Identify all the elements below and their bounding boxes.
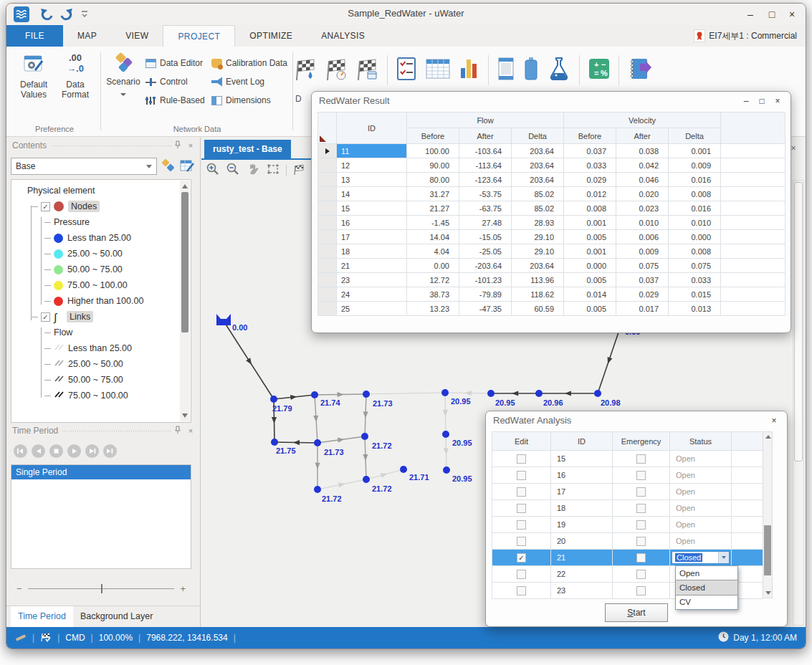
table-row[interactable]: ✓21Closed (492, 550, 763, 566)
edit-checkbox[interactable] (517, 454, 526, 464)
edit-checkbox[interactable] (517, 471, 526, 480)
row-marker[interactable] (318, 173, 337, 187)
junction-node[interactable] (271, 439, 278, 446)
edit-checkbox[interactable]: ✓ (517, 553, 526, 563)
cell-status[interactable]: Open (670, 517, 732, 533)
cell-id[interactable]: 15 (551, 451, 613, 467)
cell-id[interactable]: 16 (337, 216, 407, 230)
prev-button[interactable] (32, 444, 45, 458)
pin-icon[interactable] (173, 140, 183, 150)
table-row[interactable]: 2513.23-47.3560.590.0050.0170.013 (318, 302, 785, 316)
table-row[interactable]: 1380.00-123.64203.640.0290.0460.016 (318, 173, 785, 187)
water-quality-flask-icon[interactable] (547, 56, 571, 85)
cell-id[interactable]: 17 (337, 230, 407, 244)
cell-value[interactable]: -53.75 (459, 187, 512, 201)
analysis-scrollbar[interactable] (763, 431, 773, 598)
edit-table-button[interactable] (178, 158, 196, 175)
cell-value[interactable]: -63.75 (459, 201, 512, 216)
status-dropdown-list[interactable]: OpenClosedCV (675, 565, 738, 610)
cell-id[interactable]: 21 (551, 550, 613, 566)
cell-value[interactable]: 0.075 (616, 259, 669, 273)
cell-value[interactable]: -113.64 (459, 158, 512, 173)
tree-scrollbar[interactable] (180, 181, 190, 421)
cell-value[interactable]: 28.93 (512, 216, 564, 230)
cell-value[interactable]: 0.023 (616, 201, 669, 216)
cell-value[interactable]: -103.64 (459, 144, 512, 158)
emergency-checkbox[interactable] (636, 570, 646, 579)
analysis-flag-icon[interactable] (292, 163, 305, 178)
cell-value[interactable]: 21.27 (407, 201, 459, 216)
maximize-button[interactable]: □ (763, 7, 781, 21)
row-marker[interactable] (318, 144, 337, 158)
cell-edit[interactable] (492, 583, 551, 599)
zoom-in-icon[interactable] (206, 162, 220, 179)
scroll-up-icon[interactable] (765, 435, 771, 439)
cell-id[interactable]: 18 (337, 244, 407, 259)
cell-edit[interactable] (492, 517, 551, 533)
row-marker[interactable] (318, 230, 337, 244)
slider-minus-icon[interactable]: − (16, 583, 22, 594)
column-header-velocity-before[interactable]: Before (564, 128, 616, 144)
cell-value[interactable]: 12.72 (407, 273, 459, 287)
edit-checkbox[interactable] (517, 504, 526, 513)
cell-value[interactable]: 0.029 (564, 173, 616, 187)
result-table-icon[interactable] (425, 57, 451, 83)
cell-value[interactable]: 0.010 (616, 216, 669, 230)
tab-project[interactable]: PROJECT (163, 25, 235, 47)
cell-emergency[interactable] (613, 467, 670, 484)
cell-value[interactable]: 60.59 (512, 302, 564, 316)
cell-emergency[interactable] (613, 533, 670, 550)
table-row[interactable]: 17Open (492, 484, 763, 500)
report-checklist-icon[interactable] (396, 57, 417, 84)
cell-emergency[interactable] (613, 550, 670, 566)
panel-close-icon[interactable]: × (186, 426, 196, 436)
cell-value[interactable]: -203.64 (459, 259, 512, 273)
cell-value[interactable]: -15.05 (459, 230, 512, 244)
cell-emergency[interactable] (613, 517, 670, 533)
cell-value[interactable]: 0.016 (669, 201, 721, 216)
table-row[interactable]: 20Open (492, 533, 763, 550)
tab-file[interactable]: FILE (6, 25, 63, 47)
data-format-button[interactable]: .00→.0 Data Format (55, 52, 95, 100)
cell-status[interactable]: Open (670, 451, 732, 467)
cell-emergency[interactable] (613, 484, 670, 500)
cell-value[interactable]: 85.02 (512, 187, 564, 201)
ribbon-button-control[interactable]: Control (145, 72, 205, 91)
cell-value[interactable]: 0.013 (669, 302, 721, 316)
cell-value[interactable]: 0.016 (669, 173, 721, 187)
column-header-emergency[interactable]: Emergency (613, 432, 670, 451)
next-button[interactable] (85, 444, 99, 458)
cell-value[interactable]: 0.033 (669, 273, 721, 287)
tree-item-pressure[interactable]: Pressure (11, 214, 179, 230)
cell-value[interactable]: 100.00 (407, 144, 459, 158)
panel-close-icon[interactable]: × (186, 140, 196, 150)
document-tab[interactable]: rusty_test - Base (204, 140, 291, 158)
tab-analysis[interactable]: ANALYSIS (307, 25, 379, 47)
cell-edit[interactable]: ✓ (492, 550, 551, 566)
select-extent-icon[interactable] (266, 162, 280, 179)
tree-item-25-00-50-00[interactable]: 25.00 ~ 50.00 (11, 246, 179, 262)
reservoir-icon[interactable] (216, 314, 231, 325)
start-button[interactable]: Start (605, 603, 668, 622)
minimize-button[interactable]: – (741, 7, 760, 21)
cell-id[interactable]: 23 (551, 583, 613, 599)
checkbox[interactable]: ✓ (41, 312, 50, 322)
tree-item-less-than-25-00[interactable]: Less than 25.00 (11, 230, 179, 246)
cell-id[interactable]: 12 (337, 158, 407, 173)
row-marker[interactable] (318, 259, 337, 273)
junction-node[interactable] (311, 391, 318, 398)
cell-value[interactable]: 0.037 (616, 273, 669, 287)
emergency-checkbox[interactable] (636, 504, 646, 513)
junction-node[interactable] (594, 390, 601, 397)
cell-value[interactable]: 38.73 (407, 287, 459, 302)
cell-value[interactable]: 0.008 (564, 201, 616, 216)
cell-value[interactable]: 0.014 (564, 287, 616, 302)
cell-id[interactable]: 25 (337, 302, 407, 316)
emergency-checkbox[interactable] (636, 586, 646, 595)
junction-node[interactable] (314, 439, 321, 446)
calculator-icon[interactable]: +−=% (588, 57, 611, 83)
table-row[interactable]: 184.04-25.0529.100.0010.0090.008 (318, 244, 785, 259)
tree-item-nodes[interactable]: ✓Nodes (11, 198, 179, 214)
cell-edit[interactable] (492, 484, 551, 500)
junction-node[interactable] (400, 466, 407, 473)
